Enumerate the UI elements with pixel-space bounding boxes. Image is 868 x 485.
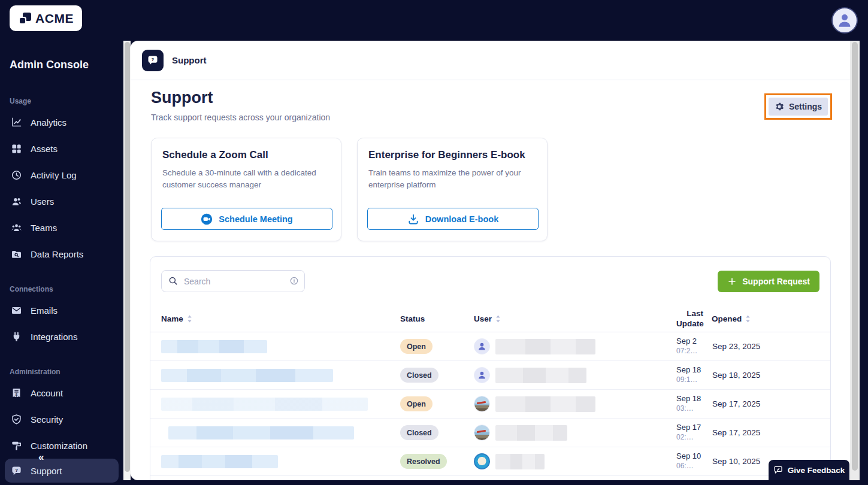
sidebar-item-label: Support [31, 466, 62, 476]
button-label: Give Feedback [788, 466, 845, 475]
sort-icon [495, 315, 501, 323]
search-box [161, 270, 305, 292]
page-title: Support [151, 89, 213, 107]
user-avatar [474, 367, 490, 383]
table-row[interactable]: Open Sep 207:2… Sep 23, 2025 [150, 332, 830, 361]
user-avatar [474, 425, 490, 441]
last-update-date: Sep 17 [676, 423, 712, 433]
search-input[interactable] [161, 270, 305, 292]
sidebar-item-label: Integrations [31, 332, 77, 342]
plug-icon [11, 331, 22, 342]
column-header-opened[interactable]: Opened [712, 314, 830, 323]
top-bar: ACME [0, 0, 868, 41]
app-root: ACME Admin Console Usage Analytics Asset… [0, 0, 868, 485]
shield-check-icon [11, 414, 22, 425]
collapse-sidebar-icon[interactable]: « [38, 451, 43, 463]
column-label: Status [400, 314, 425, 323]
sidebar: Admin Console Usage Analytics Assets Act… [0, 41, 123, 485]
table-row[interactable]: Closed Sep 1702:… Sep 17, 2025 [150, 419, 830, 447]
download-ebook-button[interactable]: Download E-book [367, 208, 539, 230]
sidebar-item-integrations[interactable]: Integrations [5, 323, 119, 350]
page-scrollbar[interactable] [850, 41, 860, 480]
scrollbar-thumb[interactable] [852, 42, 858, 471]
teams-icon [11, 222, 22, 234]
feedback-pencil-icon [773, 465, 783, 475]
sidebar-item-data-reports[interactable]: Data Reports [5, 241, 119, 267]
last-update-date: Sep 10 [676, 451, 712, 462]
sort-icon [745, 315, 751, 323]
sidebar-item-label: Assets [31, 144, 58, 154]
column-label: Name [161, 314, 183, 323]
sidebar-item-label: Security [31, 414, 63, 425]
sidebar-item-analytics[interactable]: Analytics [5, 109, 119, 135]
last-update-time: 09:1… [676, 375, 712, 385]
analytics-icon [11, 117, 22, 128]
card-description: Schedule a 30-minute call with a dedicat… [162, 167, 330, 190]
status-badge: Open [400, 396, 433, 411]
schedule-meeting-button[interactable]: Schedule Meeting [161, 208, 332, 230]
user-avatar [474, 453, 490, 469]
email-icon [11, 305, 22, 316]
column-header-user[interactable]: User [474, 314, 676, 323]
button-label: Download E-book [425, 214, 498, 224]
column-label: Opened [712, 314, 742, 323]
last-update-time: 02:… [676, 433, 712, 442]
scrollbar-thumb[interactable] [125, 42, 130, 472]
section-label-connections: Connections [10, 285, 114, 293]
profile-avatar[interactable] [831, 7, 858, 34]
sidebar-item-support[interactable]: Support [5, 459, 119, 483]
sidebar-item-emails[interactable]: Emails [5, 297, 119, 323]
last-update-time: 07:2… [676, 347, 712, 356]
person-icon [477, 370, 487, 380]
redacted-user-name [495, 425, 567, 441]
sidebar-item-label: Emails [31, 305, 58, 316]
card-title: Enterprise for Beginners E-book [368, 149, 536, 161]
status-badge: Closed [400, 425, 438, 440]
breadcrumb: Support [131, 41, 850, 80]
table-row[interactable]: Resolved Sep 1006:… Sep 10, 2025 [150, 447, 830, 476]
sidebar-item-teams[interactable]: Teams [5, 214, 119, 241]
card-title: Schedule a Zoom Call [162, 149, 330, 161]
sidebar-item-activity-log[interactable]: Activity Log [5, 162, 119, 188]
data-reports-icon [11, 248, 22, 260]
users-icon [11, 196, 22, 207]
download-icon [407, 213, 419, 225]
last-update-time: 06:… [676, 462, 712, 471]
last-update-time: 03:… [676, 404, 712, 414]
sidebar-item-assets[interactable]: Assets [5, 135, 119, 162]
info-icon[interactable] [289, 276, 299, 286]
redacted-name [161, 369, 333, 382]
support-page-icon [142, 50, 164, 71]
column-header-name[interactable]: Name [161, 314, 400, 323]
brand-name: ACME [35, 11, 74, 26]
give-feedback-button[interactable]: Give Feedback [769, 460, 849, 480]
status-badge: Open [400, 339, 433, 354]
opened-date: Sep 17, 2025 [712, 428, 830, 437]
acme-logo-icon [18, 11, 32, 26]
last-update-date: Sep 18 [676, 394, 712, 404]
sidebar-item-label: Users [31, 196, 54, 207]
card-description: Train teams to maximize the power of you… [368, 167, 536, 190]
main-content: Support Support Track support requests a… [131, 41, 850, 480]
sidebar-item-customization[interactable]: Customization [5, 432, 119, 459]
sidebar-item-label: Data Reports [31, 249, 83, 259]
sidebar-item-users[interactable]: Users [5, 188, 119, 214]
section-label-usage: Usage [10, 97, 114, 105]
ebook-card: Enterprise for Beginners E-book Train te… [357, 138, 548, 241]
person-icon [477, 341, 487, 351]
support-request-button[interactable]: Support Request [718, 271, 819, 292]
table-row[interactable]: Open Sep 1803:… Sep 17, 2025 [150, 390, 830, 419]
sidebar-title: Admin Console [10, 59, 89, 71]
assets-icon [11, 143, 22, 154]
person-icon [836, 11, 854, 29]
sidebar-item-account[interactable]: Account [5, 380, 119, 406]
redacted-name [161, 398, 368, 411]
sidebar-scrollbar[interactable] [123, 41, 131, 480]
redacted-name [161, 455, 278, 468]
table-row[interactable]: Closed Sep 1809:1… Sep 18, 2025 [150, 361, 830, 390]
breadcrumb-item[interactable]: Support [172, 55, 207, 65]
sidebar-item-security[interactable]: Security [5, 406, 119, 432]
settings-button[interactable]: Settings [769, 98, 828, 116]
column-header-last-update: Last Update [676, 309, 712, 329]
status-badge: Closed [400, 368, 438, 383]
